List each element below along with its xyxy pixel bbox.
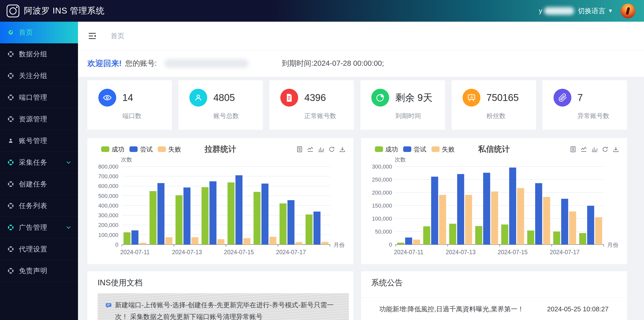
legend-item-success[interactable]: 成功 (101, 145, 124, 153)
legend-label: 失败 (442, 145, 455, 153)
legend-item-fail[interactable]: 失败 (431, 145, 455, 153)
data-view-icon[interactable] (570, 146, 576, 153)
breadcrumb[interactable]: 首页 (111, 31, 124, 41)
chart-card-direct-message: 成功 尝试 失败 私信统计 (361, 138, 627, 264)
svg-text:月份: 月份 (334, 242, 345, 248)
charts-row: 成功 尝试 失败 拉群统计 (87, 138, 627, 264)
bar-chart-toggle-icon[interactable] (591, 146, 598, 153)
svg-text:2024-07-15: 2024-07-15 (224, 249, 254, 255)
svg-text:100,000: 100,000 (98, 232, 118, 238)
sidebar-item-data-groups[interactable]: 数据分组 (0, 43, 78, 65)
sidebar-collapse-icon[interactable] (88, 32, 96, 40)
sidebar-item-label: 代理设置 (19, 245, 47, 254)
sidebar-item-home[interactable]: 首页 (0, 22, 78, 43)
line-chart-toggle-icon[interactable] (580, 146, 587, 153)
docs-box: 新建端口-上传账号-选择-创建任务-先更新完毕在进行-养号模式-新号只需一次！ … (98, 293, 349, 320)
legend-item-success[interactable]: 成功 (375, 145, 398, 153)
svg-text:次数: 次数 (121, 157, 132, 163)
sidebar-item-proxy-settings[interactable]: 代理设置 (0, 238, 78, 260)
svg-text:0: 0 (389, 241, 392, 248)
svg-text:300,000: 300,000 (98, 212, 118, 219)
avatar[interactable] (621, 4, 635, 18)
presentation-board-icon (463, 89, 480, 107)
bar-chart-toggle-icon[interactable] (318, 146, 324, 153)
chevron-down-icon[interactable] (66, 160, 71, 165)
stat-label: 粉丝数 (487, 112, 536, 120)
stat-label: 正常账号数 (304, 112, 354, 120)
sidebar-item-label: 广告管理 (19, 223, 47, 232)
segmented-circle-icon (8, 73, 14, 79)
sidebar-item-account-management[interactable]: 账号管理 (0, 130, 78, 152)
download-icon[interactable] (612, 146, 619, 153)
chart-legend: 成功 尝试 失败 (375, 145, 455, 153)
stat-value: 750165 (487, 92, 519, 103)
app-title: 阿波罗 INS 管理系统 (24, 5, 104, 17)
data-view-icon[interactable] (296, 146, 303, 153)
stat-value: 7 (577, 92, 583, 103)
stat-card-fans: 750165 粉丝数 (452, 80, 536, 130)
download-icon[interactable] (339, 146, 346, 153)
chart-title: 拉群统计 (205, 144, 236, 155)
stat-card-abnormal-accounts: 7 异常账号数 (543, 80, 627, 130)
app-root: 阿波罗 INS 管理系统 y 切换语言 ▼ 首页 数据分组 (0, 0, 644, 320)
main-area: 首页 欢迎回来! 您的账号: 到期时间:2024-07-28 00:00:00; (78, 22, 644, 320)
svg-text:250,000: 250,000 (372, 176, 392, 183)
svg-text:2024-07-17: 2024-07-17 (276, 249, 306, 255)
legend-item-fail[interactable]: 失败 (158, 145, 181, 153)
sidebar-item-create-task[interactable]: 创建任务 (0, 173, 78, 195)
svg-text:2024-07-13: 2024-07-13 (446, 249, 476, 255)
sidebar-item-port-management[interactable]: 端口管理 (0, 87, 78, 108)
dashboard-icon (8, 29, 14, 35)
legend-swatch (375, 146, 383, 152)
eye-icon (98, 89, 116, 107)
legend-swatch (431, 146, 440, 152)
svg-text:50,000: 50,000 (375, 228, 392, 235)
legend-swatch (101, 146, 109, 152)
user-icon (189, 89, 207, 107)
line-chart-toggle-icon[interactable] (307, 146, 314, 153)
restore-icon[interactable] (602, 146, 609, 153)
sidebar-item-label: 首页 (19, 28, 33, 37)
segmented-circle-icon (8, 159, 14, 165)
stat-label: 到期时间 (395, 112, 445, 120)
legend-label: 尝试 (140, 145, 153, 153)
chevron-down-icon[interactable]: ▼ (608, 8, 613, 14)
pie-chart-icon (371, 89, 389, 107)
bar-chart-group-pull[interactable]: 0100,000200,000300,000400,000500,000600,… (94, 157, 347, 258)
stat-value: 4805 (213, 92, 235, 103)
chevron-down-icon[interactable] (66, 225, 71, 230)
segmented-circle-icon (8, 116, 14, 122)
sidebar-item-label: 资源管理 (19, 114, 47, 124)
sidebar-item-collection-tasks[interactable]: 采集任务 (0, 152, 78, 173)
docs-title: INS使用文档 (87, 277, 353, 288)
restore-icon[interactable] (328, 146, 335, 153)
stat-card-ports: 14 端口数 (87, 80, 172, 130)
legend-item-attempt[interactable]: 尝试 (129, 145, 153, 153)
legend-label: 尝试 (414, 145, 426, 153)
legend-label: 成功 (385, 145, 398, 153)
svg-text:2024-07-11: 2024-07-11 (394, 249, 423, 255)
sidebar-item-disclaimer[interactable]: 免责声明 (0, 260, 78, 282)
svg-text:700,000: 700,000 (98, 173, 118, 180)
chart-legend: 成功 尝试 失败 (101, 145, 181, 153)
sidebar-item-task-list[interactable]: 任务列表 (0, 195, 78, 217)
sidebar-item-label: 关注分组 (19, 71, 47, 80)
sidebar-item-label: 采集任务 (19, 158, 47, 167)
sidebar-item-resource-management[interactable]: 资源管理 (0, 108, 78, 130)
stat-value: 4396 (304, 92, 326, 103)
announcement-item: 功能新增:降低風控,日過千萬資料曝光,業界第一！ 2024-05-25 10:0… (361, 298, 627, 320)
stat-card-accounts: 4805 账号总数 (178, 80, 263, 130)
segmented-circle-icon (8, 268, 14, 274)
legend-item-attempt[interactable]: 尝试 (403, 145, 426, 153)
account-label: 您的账号: (125, 58, 157, 69)
legend-label: 成功 (112, 145, 124, 153)
sidebar-item-ad-management[interactable]: 广告管理 (0, 217, 78, 238)
chart-title: 私信统计 (478, 144, 510, 155)
language-switch-button[interactable]: 切换语言 (578, 6, 605, 16)
bar-chart-direct-message[interactable]: 050,000100,000150,000200,000250,000300,0… (367, 157, 621, 258)
sidebar-item-follow-groups[interactable]: 关注分组 (0, 65, 78, 87)
announcements-title: 系统公告 (361, 277, 627, 288)
document-icon (280, 89, 298, 107)
sidebar-item-label: 账号管理 (19, 136, 47, 145)
breadcrumb-bar: 首页 (78, 22, 644, 50)
